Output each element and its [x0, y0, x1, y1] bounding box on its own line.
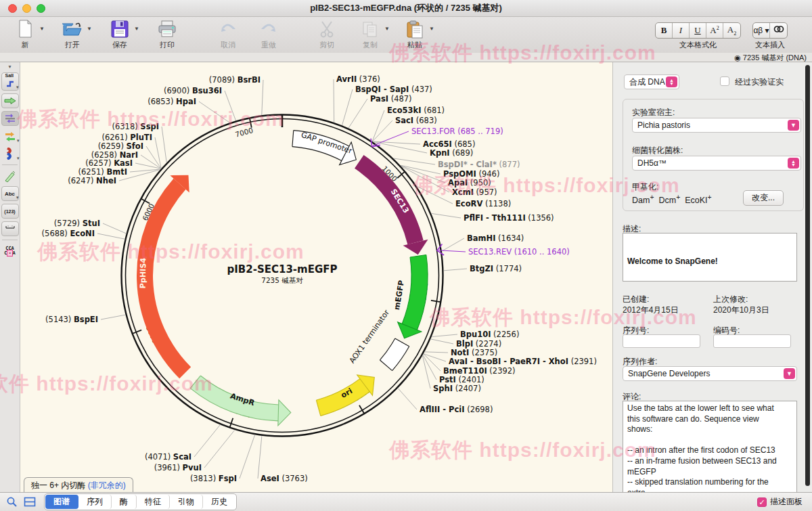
enzyme-label[interactable]: (5143) BspEI [45, 315, 98, 324]
feature-label[interactable]: mEGFP [392, 280, 406, 311]
enzyme-label[interactable]: AseI (3763) [261, 474, 308, 483]
enzyme-label[interactable]: Bpu10I (2256) [460, 330, 519, 339]
panel-scrollbar[interactable] [805, 65, 810, 486]
enzyme-label[interactable]: BspQI - SapI (437) [355, 85, 432, 94]
enzyme-label[interactable]: BamHI (1634) [467, 234, 524, 243]
enzyme-label[interactable]: (3961) PvuI [154, 463, 202, 472]
enzyme-label[interactable]: KpnI (689) [430, 148, 473, 158]
enzyme-label[interactable]: SphI (2407) [433, 384, 481, 393]
tab-sequence[interactable]: 序列 [78, 495, 112, 509]
enzyme-label[interactable]: BtgZI (1774) [470, 264, 522, 273]
numbering-tool[interactable]: (123) [1, 204, 19, 219]
primer-label[interactable]: SEC13.REV (1610 .. 1640) [468, 247, 570, 257]
enzyme-label[interactable]: BlpI (2274) [456, 339, 501, 349]
print-button[interactable]: 打印 [146, 19, 188, 50]
enzyme-label[interactable]: (3813) FspI [190, 474, 237, 483]
paste-button[interactable]: 粘贴▼ [394, 19, 436, 50]
dropdown-caret-icon[interactable]: ▼ [134, 26, 139, 32]
enzyme-label[interactable]: BmeT110I (2392) [443, 366, 516, 376]
sequence-edit-tool[interactable]: CCA C-A [1, 244, 19, 259]
enzyme-label[interactable]: (6900) Bsu36I [164, 86, 222, 95]
enzyme-label[interactable]: AvaI - BsoBI - PaeR7I - XhoI (2391) [449, 357, 597, 366]
save-button[interactable]: 保存▼ [99, 19, 141, 50]
enzyme-label[interactable]: (6251) BmtI [78, 167, 127, 177]
enzyme-label[interactable]: (5688) EcoNI [42, 229, 95, 238]
underline-button[interactable]: U [690, 23, 706, 38]
zoom-window-button[interactable] [37, 4, 45, 13]
tab-features[interactable]: 特征 [137, 495, 170, 509]
author-select[interactable]: SnapGene Developers▼ [623, 366, 797, 381]
minimize-window-button[interactable] [22, 4, 31, 13]
dropdown-caret-icon[interactable]: ▼ [429, 26, 434, 32]
tab-primers[interactable]: 引物 [170, 495, 203, 509]
enzyme-label[interactable]: PasI (487) [370, 94, 412, 104]
translation-display-tool[interactable]: ▾ [1, 146, 19, 161]
change-methylation-button[interactable]: 改变... [743, 190, 784, 206]
verified-checkbox[interactable] [720, 76, 729, 86]
feature-label[interactable]: PpHIS4 [139, 258, 148, 289]
bold-button[interactable]: B [656, 23, 673, 38]
enzyme-label[interactable]: (6247) NheI [68, 176, 116, 185]
new-button[interactable]: 新▼ [4, 19, 46, 50]
enzyme-label[interactable]: PstI (2401) [439, 375, 484, 384]
enzyme-label[interactable]: ApaI (950) [448, 178, 491, 187]
add-feature-tool[interactable] [1, 169, 19, 183]
description-panel-checkbox[interactable]: ✓ [757, 497, 767, 507]
selection-bracket-tool[interactable] [1, 221, 19, 236]
host-select[interactable]: Pichia pastoris▼ [632, 118, 801, 133]
zoom-search-icon[interactable] [6, 496, 18, 508]
superscript-button[interactable]: A2 [706, 23, 723, 38]
strain-select[interactable]: DH5α™▲▼ [632, 156, 801, 171]
enzyme-label[interactable]: PspOMI (946) [443, 169, 499, 179]
primer-label[interactable]: SEC13.FOR (685 .. 719) [411, 127, 503, 136]
enzyme-label[interactable]: BspDI* - ClaI* (877) [438, 160, 520, 169]
insert-symbol-button[interactable]: αβ ▾ [753, 23, 770, 38]
code-input[interactable] [713, 334, 791, 348]
features-display-tool[interactable] [1, 93, 19, 108]
enzyme-label[interactable]: Acc65I (685) [423, 139, 475, 149]
primers-display-tool[interactable] [1, 111, 19, 126]
enzyme-label[interactable]: NotI (2375) [451, 348, 497, 357]
enzyme-label[interactable]: XcmI (957) [452, 187, 497, 197]
enzyme-label[interactable]: Eco53kI (681) [387, 106, 445, 115]
comments-textarea[interactable]: Use the tabs at the lower left to see wh… [623, 401, 797, 493]
plasmid-map[interactable]: 1000200030004000500060007000GAP promoter… [20, 62, 612, 492]
orf-display-tool[interactable]: ▾ [1, 129, 19, 143]
text-annotation-tool[interactable]: Abc ▾ [1, 186, 19, 201]
description-panel-toggle[interactable]: ✓ 描述面板 [757, 496, 803, 508]
enzyme-label[interactable]: (6318) SspI [112, 122, 159, 131]
enzyme-label[interactable]: EcoRV (1138) [455, 199, 511, 208]
enzyme-label[interactable]: (7089) BsrBI [209, 75, 261, 85]
enzyme-label[interactable]: (6261) PluTI [102, 133, 152, 142]
enzyme-display-tool[interactable]: SalI ▾ [1, 72, 19, 91]
open-button[interactable]: 打开▼ [51, 19, 93, 50]
serial-input[interactable] [623, 334, 700, 348]
tab-enzymes[interactable]: 酶 [112, 495, 137, 509]
feature-aox1-terminator[interactable] [380, 338, 409, 371]
italic-button[interactable]: I [673, 23, 690, 38]
verified-checkbox-row[interactable]: 经过实验证实 [720, 76, 784, 88]
sidebar-collapse-caret[interactable]: ▾ [0, 64, 20, 70]
enzyme-label[interactable]: SacI (683) [395, 116, 437, 125]
subscript-button[interactable]: A2 [723, 23, 740, 38]
enzyme-label[interactable]: (6853) HpaI [148, 97, 196, 106]
enzyme-label[interactable]: AvrII (376) [336, 74, 380, 84]
enzyme-label[interactable]: AflIII - PciI (2698) [420, 405, 493, 414]
enzyme-label[interactable]: (5729) StuI [54, 219, 100, 228]
dropdown-caret-icon[interactable]: ▼ [384, 26, 390, 32]
dna-type-select[interactable]: 合成 DNA▲▼ [624, 74, 679, 89]
tab-map[interactable]: 图谱 [45, 495, 78, 509]
insert-link-button[interactable] [770, 23, 787, 38]
enzyme-label[interactable]: PflFI - Tth111I (1356) [464, 213, 554, 223]
tab-history[interactable]: 历史 [203, 495, 235, 509]
dropdown-caret-icon[interactable]: ▼ [39, 26, 45, 32]
enzyme-label[interactable]: (6257) KasI [85, 158, 133, 168]
dropdown-caret-icon[interactable]: ▼ [87, 26, 92, 32]
enzyme-filter-tab[interactable]: 独一 6+ 内切酶 (非冗余的) [24, 477, 133, 492]
enzyme-filter-link[interactable]: (非冗余的) [88, 481, 126, 490]
close-window-button[interactable] [8, 4, 17, 13]
split-view-icon[interactable] [24, 497, 36, 507]
enzyme-label[interactable]: (6259) SfoI [98, 141, 143, 151]
plasmid-map-canvas[interactable]: 1000200030004000500060007000GAP promoter… [20, 62, 612, 492]
description-textarea[interactable]: Welcome to SnapGene! This sample file is… [623, 233, 797, 282]
